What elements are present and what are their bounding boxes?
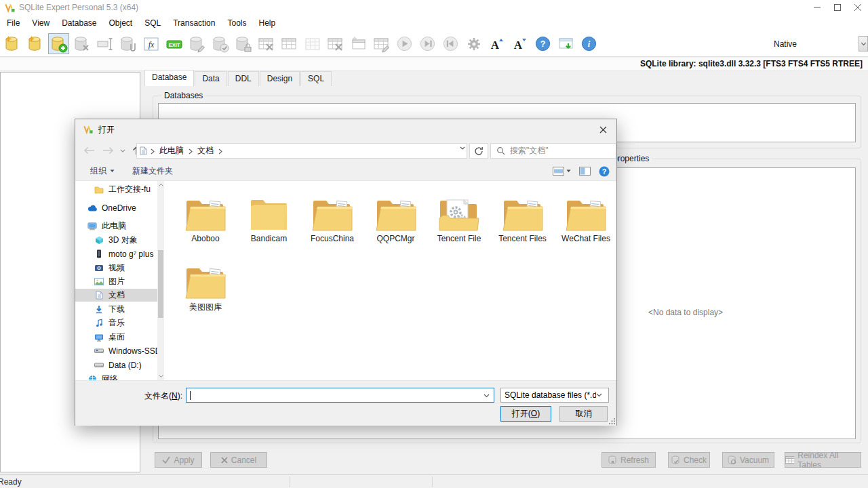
breadcrumb-crumb[interactable]: 文档 — [196, 145, 215, 157]
toolbar-db-new-button[interactable] — [2, 33, 23, 54]
close-button[interactable] — [848, 0, 868, 15]
breadcrumb-chevron-icon[interactable] — [189, 148, 193, 155]
dialog-sidebar-item[interactable]: OneDrive — [75, 201, 164, 214]
apply-button: Apply — [155, 452, 202, 468]
dialog-sidebar-item[interactable]: 文档 — [75, 289, 164, 302]
toolbar-db-new2-button[interactable] — [25, 33, 46, 54]
dialog-close-button[interactable] — [596, 123, 610, 136]
breadcrumb-chevron-icon[interactable] — [151, 148, 155, 155]
file-item[interactable]: Tencent File — [429, 187, 490, 252]
toolbar-play-start-button — [440, 33, 461, 54]
dialog-sidebar-item[interactable]: 下载 — [75, 303, 164, 316]
toolbar-update-button[interactable] — [555, 33, 576, 54]
refresh-button: Refresh — [601, 452, 656, 468]
file-item[interactable]: Tencent Files — [492, 187, 553, 252]
chevron-down-icon[interactable] — [859, 36, 868, 52]
dialog-sidebar-item[interactable]: 音乐 — [75, 317, 164, 329]
toolbar-fx-button[interactable]: fx — [140, 33, 161, 54]
resize-grip[interactable] — [609, 418, 615, 424]
toolbar-grid-edit-button — [371, 33, 392, 54]
new-folder-button[interactable]: 新建文件夹 — [132, 165, 173, 177]
search-input[interactable]: 搜索"文档" — [490, 143, 616, 159]
filetype-select[interactable]: SQLite database files (*.db, * — [500, 388, 609, 403]
tab-design[interactable]: Design — [260, 71, 300, 86]
toolbar-font-dec-button[interactable]: A — [509, 33, 530, 54]
menu-item-view[interactable]: View — [26, 16, 56, 30]
breadcrumb-crumb[interactable]: 此电脑 — [158, 145, 185, 157]
toolbar-font-inc-button[interactable]: A — [486, 33, 507, 54]
dialog-sidebar-item[interactable]: Windows-SSD — [75, 344, 164, 357]
scrollbar-thumb[interactable] — [158, 250, 163, 318]
sidebar-item-label: 桌面 — [108, 331, 125, 343]
dialog-cancel-button[interactable]: 取消 — [559, 406, 608, 422]
tab-sql[interactable]: SQL — [300, 71, 332, 86]
address-dropdown-chevron-icon[interactable] — [460, 146, 465, 150]
file-item-label: FocusChina — [302, 234, 363, 243]
address-bar[interactable]: 此电脑文档 — [136, 143, 467, 159]
dialog-sidebar-item[interactable]: 3D 对象 — [75, 234, 164, 247]
preview-pane-icon — [579, 167, 591, 176]
menu-item-tools[interactable]: Tools — [221, 16, 252, 30]
dialog-sidebar-item[interactable]: 视频 — [75, 262, 164, 274]
sidebar-scrollbar[interactable] — [157, 181, 164, 380]
svg-text:?: ? — [540, 39, 546, 49]
minimize-button[interactable] — [807, 0, 827, 15]
help-button[interactable]: ? — [599, 166, 610, 177]
dialog-sidebar-item[interactable]: 此电脑 — [75, 220, 164, 232]
file-list-area[interactable]: AbobooBandicamFocusChinaQQPCMgrTencent F… — [168, 181, 616, 380]
tab-database[interactable]: Database — [144, 70, 194, 86]
drive-icon — [94, 362, 104, 369]
open-button[interactable]: 打开(O) — [500, 406, 551, 422]
toolbar-play-button — [394, 33, 415, 54]
chevron-down-icon — [566, 169, 571, 173]
file-item[interactable]: Bandicam — [239, 187, 300, 252]
toolbar-table-del-button — [325, 33, 346, 54]
reindex-all-tables-button: Reindex All Tables — [785, 452, 861, 468]
organize-menu[interactable]: 组织 — [90, 165, 115, 177]
toolbar-exit-button[interactable]: EXIT — [163, 33, 184, 54]
dialog-title-bar: 打开 — [75, 119, 616, 140]
dialog-sidebar-item[interactable]: moto g⁷ plus — [75, 247, 164, 260]
file-item[interactable]: WeChat Files — [555, 187, 616, 252]
toolbar-db-open-button[interactable] — [48, 33, 69, 54]
file-item[interactable]: 美图图库 — [175, 255, 236, 320]
preview-pane-button[interactable] — [579, 167, 591, 176]
dialog-sidebar-item[interactable]: 网络 — [75, 373, 164, 380]
dialog-sidebar-item[interactable]: 工作交接-fu — [75, 183, 164, 196]
scroll-up-icon[interactable] — [157, 181, 164, 189]
folder-full-icon — [366, 187, 427, 232]
recent-locations-chevron-icon[interactable] — [120, 149, 125, 152]
filename-input[interactable] — [186, 388, 494, 403]
toolbar-gear-button[interactable] — [463, 33, 484, 54]
vacuum-button-label: Vacuum — [740, 455, 769, 465]
filename-label: 文件名(N): — [116, 390, 182, 402]
location-icon — [140, 146, 147, 155]
menu-item-file[interactable]: File — [1, 16, 26, 30]
thumbnails-view-button[interactable] — [553, 167, 571, 176]
svg-text:?: ? — [602, 167, 607, 176]
dialog-sidebar-item[interactable]: Data (D:) — [75, 359, 164, 371]
breadcrumb-chevron-icon[interactable] — [218, 148, 222, 155]
file-item[interactable]: QQPCMgr — [366, 187, 427, 252]
refresh-address-button[interactable] — [469, 143, 488, 159]
tab-data[interactable]: Data — [195, 71, 226, 86]
menu-item-object[interactable]: Object — [103, 16, 139, 30]
chevron-down-icon — [110, 169, 115, 173]
filename-dropdown-chevron-icon[interactable] — [484, 394, 490, 398]
tab-ddl[interactable]: DDL — [228, 71, 259, 86]
toolbar-info-button[interactable]: i — [578, 33, 599, 54]
menu-item-help[interactable]: Help — [252, 16, 281, 30]
check-icon — [162, 456, 170, 464]
toolbar-help-button[interactable]: ? — [532, 33, 553, 54]
menu-item-database[interactable]: Database — [56, 16, 102, 30]
file-item[interactable]: Aboboo — [175, 187, 236, 252]
file-item[interactable]: FocusChina — [302, 187, 363, 252]
collation-combo[interactable]: Native — [712, 36, 868, 52]
help-icon: ? — [599, 166, 610, 177]
dialog-sidebar-item[interactable]: 桌面 — [75, 331, 164, 344]
menu-item-sql[interactable]: SQL — [138, 16, 167, 30]
scroll-down-icon[interactable] — [157, 372, 164, 380]
dialog-sidebar-item[interactable]: 图片 — [75, 275, 164, 288]
menu-item-transaction[interactable]: Transaction — [167, 16, 221, 30]
maximize-button[interactable] — [827, 0, 848, 15]
